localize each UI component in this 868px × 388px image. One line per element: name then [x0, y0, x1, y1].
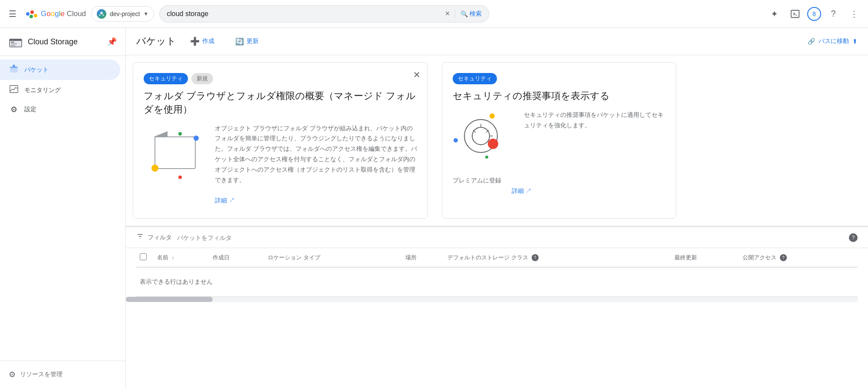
- th-created: 作成日: [209, 248, 265, 267]
- bucket-nav-icon: [9, 64, 19, 76]
- dot-yellow-1: [151, 165, 158, 172]
- scrollbar-thumb: [126, 297, 213, 302]
- main-content: バケット ➕ 作成 🔄 更新 🔗 パスに移動 ⬆ セキュリティ 新規: [126, 28, 868, 388]
- filter-input[interactable]: [177, 234, 845, 241]
- svg-point-6: [102, 14, 104, 16]
- card2-detail-link[interactable]: 詳細 ↗: [512, 187, 532, 195]
- create-button[interactable]: ➕ 作成: [183, 33, 221, 50]
- link-icon: 🔗: [808, 38, 815, 45]
- dot-green-2: [485, 156, 488, 159]
- terminal-icon[interactable]: [786, 5, 804, 23]
- storage-class-help-icon[interactable]: ?: [532, 254, 539, 261]
- upload-icon: ⬆: [852, 38, 858, 45]
- svg-rect-16: [10, 86, 18, 93]
- sidebar-item-settings[interactable]: ⚙ 設定: [0, 100, 120, 119]
- filter-icon: [136, 232, 144, 242]
- sidebar: Cloud Storage 📌 バケット モニタリング ⚙ 設定: [0, 28, 126, 388]
- search-bar: × 🔍 検索: [159, 5, 489, 23]
- svg-rect-2: [34, 14, 37, 17]
- dot-yellow-2: [490, 113, 495, 119]
- settings-nav-label: 設定: [24, 106, 36, 113]
- card1-illustration: [144, 123, 204, 184]
- card1-detail-link[interactable]: 詳細 ↗: [215, 196, 417, 206]
- sort-icon: ↑: [172, 255, 174, 260]
- main-header: バケット ➕ 作成 🔄 更新 🔗 パスに移動 ⬆: [126, 28, 868, 55]
- card1-title: フォルダ ブラウザとフォルダ権限の概要（マネージド フォルダを使用）: [144, 90, 417, 116]
- card2-premium-link[interactable]: プレミアムに登録: [453, 177, 501, 195]
- svg-rect-12: [11, 45, 15, 46]
- card2-title: セキュリティの推奨事項を表示する: [453, 90, 665, 103]
- manage-resources-icon: ⚙: [9, 370, 16, 379]
- dot-red-1: [178, 176, 182, 179]
- more-options-icon[interactable]: ⋮: [845, 5, 863, 23]
- filter-help-icon[interactable]: ?: [849, 233, 858, 242]
- folder-shape: [155, 136, 196, 169]
- svg-rect-1: [30, 10, 34, 14]
- svg-point-18: [472, 127, 490, 145]
- table-body: 表示できる行はありません: [136, 267, 858, 297]
- feature-card-1: セキュリティ 新規 ✕ フォルダ ブラウザとフォルダ権限の概要（マネージド フォ…: [133, 62, 428, 219]
- refresh-button[interactable]: 🔄 更新: [228, 34, 266, 49]
- th-public-access: 公開アクセス ?: [739, 248, 858, 267]
- topbar: ☰ Google Cloud dev-project ▼ × 🔍 検索 ✦: [0, 0, 868, 28]
- th-name[interactable]: 名前 ↑: [154, 248, 209, 267]
- page-title: バケット: [136, 35, 176, 48]
- pin-icon[interactable]: 📌: [107, 37, 117, 46]
- sidebar-item-monitoring[interactable]: モニタリング: [0, 80, 120, 100]
- svg-rect-0: [26, 12, 30, 16]
- path-link-label: パスに移動: [819, 37, 849, 45]
- settings-nav-icon: ⚙: [9, 105, 19, 114]
- card2-body-text: セキュリティの推奨事項をバケットに適用してセキュリティを強化します。: [524, 110, 665, 166]
- sidebar-bottom: ⚙ リソースを管理: [0, 361, 125, 388]
- search-input[interactable]: [167, 10, 443, 18]
- th-location-type: ロケーション タイプ: [264, 248, 402, 267]
- dot-green-1: [178, 132, 182, 136]
- help-icon[interactable]: ?: [825, 5, 842, 23]
- th-last-updated: 最終更新: [671, 248, 740, 267]
- horizontal-scrollbar[interactable]: [126, 297, 858, 302]
- path-navigation[interactable]: 🔗 パスに移動 ⬆: [808, 37, 858, 45]
- security-badge-2: セキュリティ: [453, 73, 497, 84]
- create-icon: ➕: [190, 36, 200, 46]
- empty-row: 表示できる行はありません: [136, 267, 858, 297]
- card1-content: オブジェクト ブラウザにフォルダ ブラウザが組み込まれ、バケット内のフォルダを簡…: [144, 123, 417, 206]
- project-selector[interactable]: dev-project ▼: [91, 6, 154, 22]
- sparkle-icon[interactable]: ✦: [766, 5, 783, 23]
- table-header: 名前 ↑ 作成日 ロケーション タイプ 場所 デフォルトのストレージ クラス ?…: [136, 248, 858, 267]
- manage-resources-item[interactable]: ⚙ リソースを管理: [9, 366, 117, 383]
- app-layout: Cloud Storage 📌 バケット モニタリング ⚙ 設定: [0, 28, 868, 388]
- monitoring-nav-icon: [9, 84, 19, 96]
- svg-rect-9: [10, 39, 22, 41]
- select-all-checkbox[interactable]: [140, 253, 147, 260]
- svg-point-4: [100, 12, 103, 14]
- google-cloud-logo: Google Cloud: [25, 9, 86, 19]
- search-clear-button[interactable]: ×: [444, 9, 452, 18]
- svg-point-15: [13, 65, 15, 67]
- buckets-nav-label: バケット: [24, 66, 49, 74]
- bulb-svg: [459, 114, 503, 158]
- buckets-table-container: 名前 ↑ 作成日 ロケーション タイプ 場所 デフォルトのストレージ クラス ?…: [126, 248, 868, 297]
- th-checkbox: [136, 248, 154, 267]
- search-icon: 🔍: [460, 10, 468, 17]
- card1-badges: セキュリティ 新規: [144, 73, 417, 84]
- manage-resources-label: リソースを管理: [20, 371, 62, 378]
- monitoring-nav-label: モニタリング: [24, 86, 61, 94]
- sidebar-header: Cloud Storage 📌: [0, 28, 125, 56]
- search-button[interactable]: 🔍 検索: [455, 10, 482, 18]
- card1-close-button[interactable]: ✕: [413, 70, 421, 80]
- project-dropdown-icon: ▼: [143, 11, 148, 17]
- card1-body-text: オブジェクト ブラウザにフォルダ ブラウザが組み込まれ、バケット内のフォルダを簡…: [215, 123, 417, 206]
- svg-rect-11: [11, 43, 17, 44]
- cloud-storage-icon: [9, 35, 23, 49]
- sidebar-title: Cloud Storage: [28, 37, 78, 46]
- card2-actions: プレミアムに登録 詳細 ↗: [453, 177, 665, 195]
- sidebar-item-buckets[interactable]: バケット: [0, 60, 120, 80]
- feature-card-2: セキュリティ セキュリティの推奨事項を表示する: [442, 62, 676, 219]
- menu-icon[interactable]: ☰: [5, 5, 20, 23]
- card2-badges: セキュリティ: [453, 73, 665, 84]
- card2-illustration: [453, 110, 513, 166]
- public-access-help-icon[interactable]: ?: [780, 254, 787, 261]
- security-badge-1: セキュリティ: [144, 73, 188, 84]
- new-badge: 新規: [191, 73, 213, 84]
- user-avatar[interactable]: 8: [807, 7, 821, 21]
